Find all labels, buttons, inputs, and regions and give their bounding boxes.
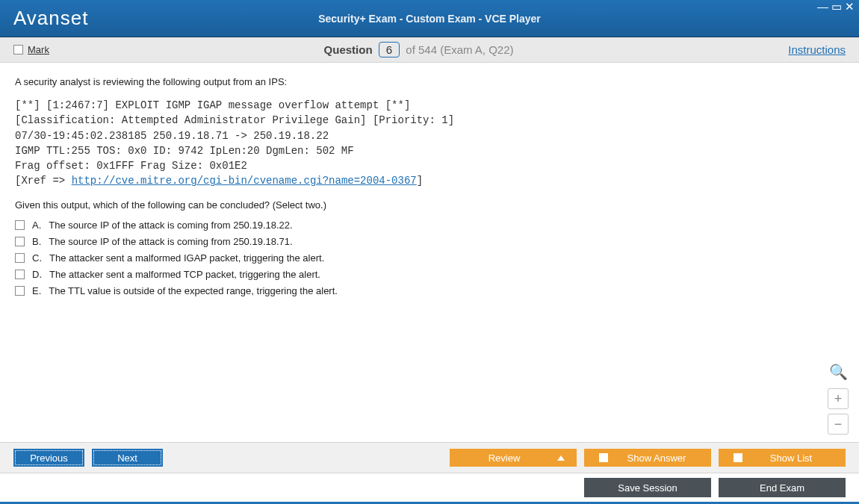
- triangle-up-icon: [557, 455, 565, 461]
- answer-letter: D.: [32, 269, 42, 280]
- answers-list: A. The source IP of the attack is coming…: [15, 220, 844, 296]
- answer-letter: A.: [32, 220, 41, 231]
- session-footer: Save Session End Exam: [0, 473, 859, 504]
- answer-checkbox[interactable]: [15, 286, 25, 296]
- answer-text: The attacker sent a malformed IGAP packe…: [49, 252, 324, 264]
- cve-link[interactable]: http://cve.mitre.org/cgi-bin/cvename.cgi…: [72, 175, 417, 187]
- checkbox-icon: [734, 453, 742, 462]
- answer-letter: E.: [32, 285, 41, 296]
- answer-option[interactable]: E. The TTL value is outside of the expec…: [15, 285, 844, 296]
- question-content: A security analyst is reviewing the foll…: [0, 63, 859, 442]
- question-intro: A security analyst is reviewing the foll…: [15, 76, 844, 87]
- next-button[interactable]: Next: [92, 449, 163, 467]
- checkbox-icon: [599, 453, 608, 462]
- instructions-link[interactable]: Instructions: [788, 43, 846, 56]
- title-bar: Avanset Security+ Exam - Custom Exam - V…: [0, 0, 859, 37]
- minimize-icon[interactable]: —: [817, 2, 828, 11]
- zoom-out-button[interactable]: −: [828, 414, 849, 435]
- zoom-in-button[interactable]: +: [828, 388, 849, 409]
- mark-label: Mark: [28, 44, 49, 55]
- save-session-button[interactable]: Save Session: [584, 478, 711, 497]
- show-list-button[interactable]: Show List: [719, 449, 846, 467]
- window-title: Security+ Exam - Custom Exam - VCE Playe…: [318, 13, 541, 25]
- answer-letter: B.: [32, 236, 41, 247]
- previous-button[interactable]: Previous: [13, 449, 84, 467]
- answer-checkbox[interactable]: [15, 270, 25, 279]
- answer-option[interactable]: D. The attacker sent a malformed TCP pac…: [15, 269, 844, 280]
- window-controls: — ▭ ✕: [817, 2, 855, 11]
- question-indicator: Question 6 of 544 (Exam A, Q22): [49, 42, 788, 57]
- answer-text: The attacker sent a malformed TCP packet…: [49, 269, 320, 280]
- question-header-bar: Mark Question 6 of 544 (Exam A, Q22) Ins…: [0, 37, 859, 63]
- ips-output: [**] [1:2467:7] EXPLOIT IGMP IGAP messag…: [15, 98, 844, 189]
- answer-option[interactable]: A. The source IP of the attack is coming…: [15, 220, 844, 231]
- maximize-icon[interactable]: ▭: [831, 2, 842, 11]
- magnifier-icon[interactable]: 🔍: [829, 363, 848, 381]
- question-tail: of 544 (Exam A, Q22): [406, 43, 513, 56]
- answer-text: The TTL value is outside of the expected…: [49, 285, 338, 296]
- mark-checkbox[interactable]: [13, 45, 23, 55]
- show-answer-button[interactable]: Show Answer: [584, 449, 711, 467]
- answer-option[interactable]: C. The attacker sent a malformed IGAP pa…: [15, 252, 844, 264]
- answer-option[interactable]: B. The source IP of the attack is coming…: [15, 236, 844, 247]
- mark-control[interactable]: Mark: [13, 44, 49, 55]
- question-word: Question: [324, 43, 373, 56]
- zoom-tools: 🔍 + −: [828, 363, 849, 435]
- close-icon[interactable]: ✕: [845, 2, 855, 11]
- review-button[interactable]: Review: [450, 449, 577, 467]
- answer-text: The source IP of the attack is coming fr…: [49, 236, 292, 247]
- nav-footer: Previous Next Review Show Answer Show Li…: [0, 442, 859, 473]
- question-prompt: Given this output, which of the followin…: [15, 199, 844, 211]
- answer-checkbox[interactable]: [15, 253, 25, 263]
- answer-checkbox[interactable]: [15, 237, 25, 246]
- question-number-box[interactable]: 6: [379, 42, 400, 57]
- answer-text: The source IP of the attack is coming fr…: [49, 220, 292, 231]
- answer-checkbox[interactable]: [15, 220, 25, 230]
- app-logo: Avanset: [0, 7, 88, 30]
- end-exam-button[interactable]: End Exam: [719, 478, 846, 497]
- answer-letter: C.: [32, 252, 42, 264]
